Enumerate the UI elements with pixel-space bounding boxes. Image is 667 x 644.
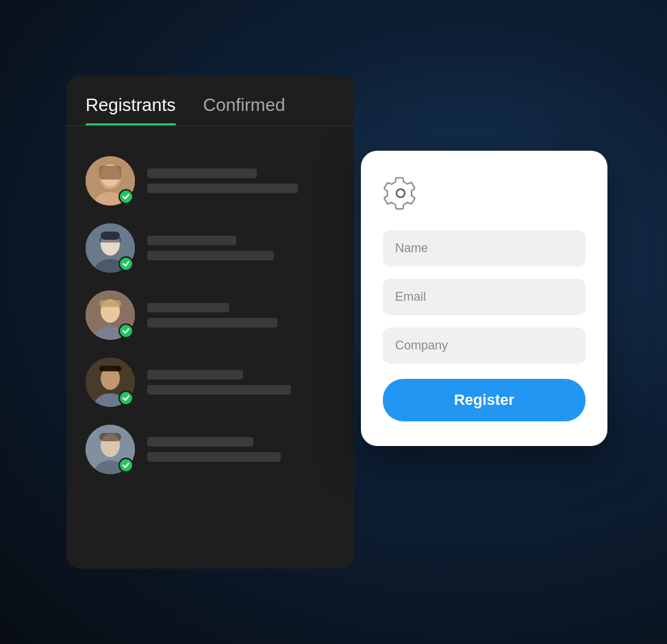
svg-rect-21 — [99, 433, 121, 441]
scene: Registrants Confirmed — [53, 41, 614, 603]
svg-rect-13 — [99, 300, 121, 307]
svg-rect-9 — [99, 237, 121, 243]
company-input[interactable] — [383, 327, 586, 364]
registrants-panel: Registrants Confirmed — [66, 75, 354, 569]
avatar — [86, 425, 135, 474]
email-input[interactable] — [383, 279, 586, 315]
check-badge — [118, 458, 134, 473]
avatar — [86, 223, 135, 273]
gear-icon — [383, 175, 586, 214]
avatar — [86, 156, 135, 206]
avatar — [86, 358, 135, 407]
tab-divider — [66, 125, 354, 126]
registrant-info — [147, 437, 335, 462]
check-badge — [118, 189, 134, 204]
registrant-info — [147, 236, 335, 260]
svg-rect-17 — [99, 366, 121, 371]
registrant-info — [147, 303, 335, 327]
avatar — [86, 290, 135, 340]
register-button[interactable]: Register — [383, 379, 586, 421]
name-input[interactable] — [383, 230, 586, 267]
list-item — [80, 284, 340, 347]
skeleton-line — [147, 318, 277, 327]
check-badge — [118, 256, 134, 271]
list-item — [80, 149, 340, 212]
registrant-info — [147, 370, 335, 395]
svg-rect-4 — [99, 166, 121, 179]
skeleton-line — [147, 251, 274, 260]
skeleton-line — [147, 370, 243, 380]
list-item — [80, 351, 340, 414]
skeleton-line — [147, 452, 281, 462]
tab-registrants[interactable]: Registrants — [86, 95, 176, 125]
registrant-list — [66, 143, 354, 488]
registration-form: Register — [361, 151, 607, 446]
skeleton-line — [147, 236, 236, 245]
skeleton-line — [147, 303, 229, 312]
registrant-info — [147, 169, 335, 193]
list-item — [80, 216, 340, 280]
list-item — [80, 418, 340, 481]
tab-bar: Registrants Confirmed — [66, 75, 354, 125]
skeleton-line — [147, 184, 298, 193]
check-badge — [118, 391, 134, 406]
skeleton-line — [147, 169, 257, 178]
check-badge — [118, 323, 134, 338]
skeleton-line — [147, 437, 253, 447]
skeleton-line — [147, 385, 291, 395]
tab-confirmed[interactable]: Confirmed — [203, 95, 286, 125]
